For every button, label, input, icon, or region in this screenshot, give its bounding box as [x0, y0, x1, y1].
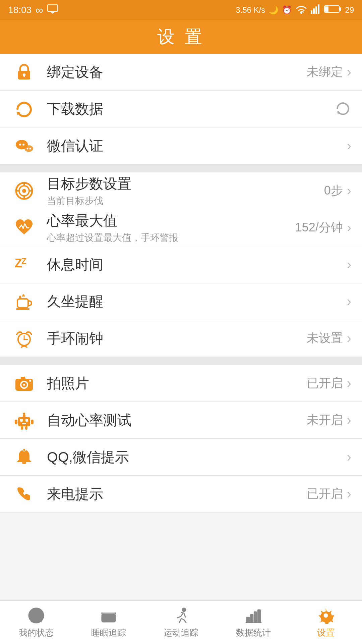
download-data-item[interactable]: 下载数据 [0, 91, 362, 127]
lock-icon [11, 59, 38, 86]
bind-device-arrow: › [347, 64, 351, 79]
alarm-content: 手环闹钟 [47, 329, 307, 348]
svg-rect-48 [22, 423, 26, 424]
nav-sleep-track-icon [99, 606, 118, 625]
heart-rate-max-value: 152/分钟 [295, 219, 343, 236]
alarm-clock-icon [11, 325, 38, 352]
infinity-icon: ∞ [36, 4, 43, 16]
rest-time-title: 休息时间 [47, 255, 347, 274]
svg-text:Z: Z [15, 256, 22, 270]
heart-rate-max-content: 心率最大值 心率超过设置最大值，手环警报 [47, 211, 295, 244]
moon-icon: 🌙 [268, 5, 279, 15]
auto-heart-rate-right: 未开启 › [307, 412, 351, 428]
nav-sport-track[interactable]: 运动追踪 [145, 601, 217, 644]
heart-rate-max-subtitle: 心率超过设置最大值，手环警报 [47, 231, 295, 244]
incoming-call-title: 来电提示 [47, 485, 307, 503]
incoming-call-arrow: › [347, 486, 351, 501]
step-goal-arrow: › [347, 183, 351, 198]
svg-rect-3 [311, 10, 312, 14]
nav-sport-label: 运动追踪 [164, 627, 198, 639]
incoming-call-value: 已开启 [307, 486, 343, 502]
status-bar: 18:03 ∞ 3.56 K/s 🌙 ⏰ [0, 0, 362, 20]
signal-icon [311, 4, 321, 16]
section-divider-1 [0, 164, 362, 172]
svg-rect-9 [340, 7, 341, 11]
photo-content: 拍照片 [47, 374, 307, 393]
photo-value: 已开启 [307, 375, 343, 391]
section-3: 拍照片 已开启 › [0, 365, 362, 513]
wechat-auth-arrow: › [347, 138, 351, 153]
svg-rect-65 [247, 617, 249, 623]
nav-sleep-track[interactable]: 睡眠追踪 [72, 601, 145, 644]
photo-title: 拍照片 [47, 374, 307, 393]
rest-time-arrow: › [347, 257, 351, 272]
nav-data-stats[interactable]: 数据统计 [217, 601, 290, 644]
phone-icon [11, 481, 38, 507]
status-right: 3.56 K/s 🌙 ⏰ 29 [236, 4, 354, 16]
step-goal-subtitle: 当前目标步伐 [47, 195, 324, 207]
step-goal-content: 目标步数设置 当前目标步伐 [47, 174, 324, 207]
rest-time-content: 休息时间 [47, 255, 347, 274]
alarm-arrow: › [347, 331, 351, 346]
incoming-call-item[interactable]: 来电提示 已开启 › [0, 476, 362, 513]
camera-icon [11, 370, 38, 397]
alarm-value: 未设置 [307, 330, 343, 346]
nav-my-status[interactable]: 我的状态 [0, 601, 72, 644]
svg-rect-46 [20, 419, 23, 422]
robot-icon [11, 407, 38, 434]
nav-my-status-icon [27, 606, 46, 625]
alarm-right: 未设置 › [307, 330, 351, 346]
sedentary-arrow: › [347, 294, 351, 309]
svg-rect-61 [102, 616, 107, 622]
svg-rect-53 [31, 420, 34, 424]
svg-rect-12 [23, 75, 25, 77]
nav-settings[interactable]: 设置 [290, 601, 362, 644]
page-content: 绑定设备 未绑定 › 下载数据 [0, 54, 362, 556]
step-goal-right: 0步 › [324, 182, 351, 199]
svg-point-18 [24, 145, 33, 152]
svg-rect-0 [48, 5, 58, 11]
svg-point-43 [29, 380, 31, 382]
auto-heart-rate-content: 自动心率测试 [47, 411, 307, 430]
step-goal-title: 目标步数设置 [47, 174, 324, 193]
qq-wechat-notify-item[interactable]: QQ,微信提示 › [0, 439, 362, 476]
sync-button[interactable] [335, 100, 351, 118]
bind-device-item[interactable]: 绑定设备 未绑定 › [0, 54, 362, 91]
svg-rect-5 [315, 6, 317, 14]
svg-rect-67 [254, 612, 257, 623]
photo-right: 已开启 › [307, 375, 351, 391]
battery-level: 29 [345, 5, 354, 15]
sedentary-reminder-item[interactable]: 久坐提醒 › [0, 283, 362, 320]
time: 18:03 [8, 5, 32, 15]
heart-icon [11, 214, 38, 241]
status-left: 18:03 ∞ [8, 4, 58, 16]
step-goal-item[interactable]: 目标步数设置 当前目标步伐 0步 › [0, 172, 362, 209]
svg-point-51 [23, 413, 25, 415]
wechat-auth-item[interactable]: 微信认证 › [0, 127, 362, 164]
alarm-item[interactable]: 手环闹钟 未设置 › [0, 320, 362, 357]
bind-device-right: 未绑定 › [307, 64, 351, 80]
svg-rect-56 [22, 462, 26, 464]
svg-rect-66 [250, 614, 253, 623]
svg-rect-68 [258, 610, 260, 623]
step-goal-value: 0步 [324, 182, 343, 199]
auto-heart-rate-arrow: › [347, 413, 351, 428]
rest-time-item[interactable]: Z Z 休息时间 › [0, 246, 362, 283]
bind-device-title: 绑定设备 [47, 63, 307, 82]
bind-device-content: 绑定设备 [47, 63, 307, 82]
incoming-call-content: 来电提示 [47, 485, 307, 503]
download-data-content: 下载数据 [47, 100, 335, 118]
battery-icon [324, 5, 342, 15]
refresh-icon [11, 96, 38, 122]
svg-rect-55 [25, 426, 27, 430]
page-title: 设 置 [157, 25, 205, 49]
photo-arrow: › [347, 376, 351, 391]
svg-point-44 [23, 384, 25, 386]
message-icon [47, 4, 58, 16]
auto-heart-rate-item[interactable]: 自动心率测试 未开启 › [0, 402, 362, 439]
svg-rect-52 [15, 420, 17, 424]
alarm-title: 手环闹钟 [47, 329, 307, 348]
photo-item[interactable]: 拍照片 已开启 › [0, 365, 362, 402]
speed: 3.56 K/s [236, 5, 265, 15]
heart-rate-max-item[interactable]: 心率最大值 心率超过设置最大值，手环警报 152/分钟 › [0, 209, 362, 246]
